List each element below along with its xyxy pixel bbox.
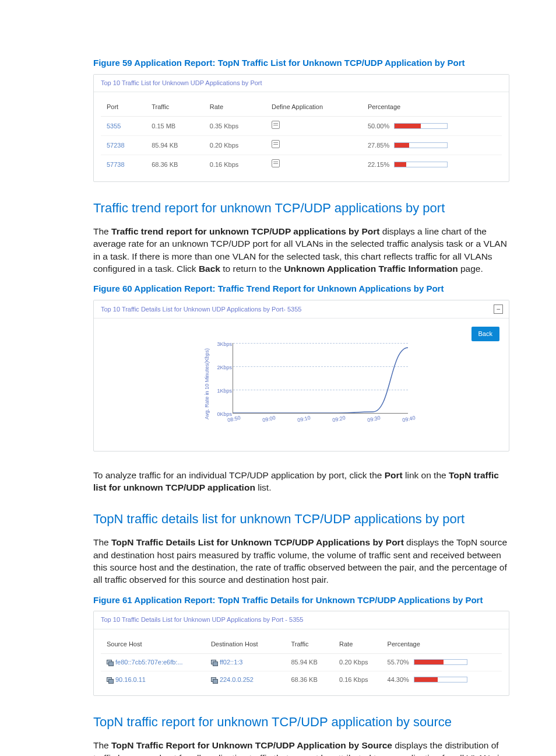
pct-label: 50.00% bbox=[368, 122, 389, 131]
fig61-table: Source Host Destination Host Traffic Rat… bbox=[101, 635, 502, 689]
host-icon bbox=[107, 677, 113, 682]
col-traffic2: Traffic bbox=[285, 635, 333, 654]
pct-label: 22.15% bbox=[368, 160, 389, 169]
y-tick: 3Kbps bbox=[213, 341, 232, 348]
col-dst: Destination Host bbox=[205, 635, 286, 654]
pct-bar bbox=[414, 677, 467, 682]
col-src: Source Host bbox=[101, 635, 205, 654]
figure-61-caption: Figure 61 Application Report: TopN Traff… bbox=[93, 594, 509, 607]
port-link[interactable]: 57738 bbox=[107, 161, 125, 168]
table-row: 53550.15 MB0.35 Kbps50.00% bbox=[101, 117, 502, 136]
col-rate2: Rate bbox=[333, 635, 382, 654]
col-pct2: Percentage bbox=[382, 635, 502, 654]
port-link[interactable]: 57238 bbox=[107, 142, 125, 149]
y-tick: 1Kbps bbox=[213, 387, 232, 394]
host-icon bbox=[107, 660, 113, 665]
figure-60-caption: Figure 60 Application Report: Traffic Tr… bbox=[93, 283, 509, 295]
pct-bar bbox=[414, 659, 467, 665]
x-tick: 09:10 bbox=[297, 414, 311, 424]
x-tick: 09:20 bbox=[332, 414, 346, 424]
section-by-source-heading: TopN traffic report for unknown TCP/UDP … bbox=[93, 713, 509, 731]
trend-chart: Avg. Rate in 10 Minutes(Kbps) 3Kbps2Kbps… bbox=[222, 343, 409, 425]
fig59-panel: Top 10 Traffic List for Unknown UDP Appl… bbox=[93, 74, 509, 182]
fig59-table: Port Traffic Rate Define Application Per… bbox=[101, 98, 502, 174]
mid-paragraph: To analyze traffic for an individual TCP… bbox=[93, 469, 509, 494]
define-application-icon[interactable] bbox=[272, 140, 280, 148]
define-application-icon[interactable] bbox=[272, 121, 280, 129]
section-traffic-trend-body: The Traffic trend report for unknown TCP… bbox=[93, 225, 509, 275]
table-row: fe80::7cb5:707e:e6fb:...ff02::1:385.94 K… bbox=[101, 653, 502, 671]
pct-bar bbox=[394, 142, 448, 148]
fig60-panel-title: Top 10 Traffic Details List for Unknown … bbox=[94, 300, 509, 318]
port-link[interactable]: 5355 bbox=[107, 123, 121, 130]
col-define: Define Application bbox=[266, 98, 362, 117]
host-icon bbox=[211, 660, 217, 665]
x-tick: 09:30 bbox=[367, 414, 381, 424]
section-details-list-body: The TopN Traffic Details List for Unknow… bbox=[93, 536, 509, 586]
pct-bar bbox=[394, 162, 448, 167]
destination-host-link[interactable]: 224.0.0.252 bbox=[220, 676, 254, 683]
trend-line bbox=[233, 343, 408, 413]
pct-bar bbox=[394, 123, 448, 129]
fig59-panel-title: Top 10 Traffic List for Unknown UDP Appl… bbox=[94, 75, 509, 92]
fig61-panel-title: Top 10 Traffic Details List for Unknown … bbox=[94, 611, 509, 629]
section-traffic-trend-heading: Traffic trend report for unknown TCP/UDP… bbox=[93, 200, 509, 217]
fig60-panel: Top 10 Traffic Details List for Unknown … bbox=[93, 300, 509, 452]
x-tick: 09:00 bbox=[262, 414, 276, 424]
table-row: 90.16.0.11224.0.0.25268.36 KB0.16 Kbps44… bbox=[101, 671, 502, 688]
col-port: Port bbox=[101, 98, 146, 117]
pct-label: 44.30% bbox=[388, 676, 409, 684]
col-rate: Rate bbox=[204, 98, 266, 117]
destination-host-link[interactable]: ff02::1:3 bbox=[220, 659, 243, 666]
pct-label: 55.70% bbox=[388, 658, 409, 667]
host-icon bbox=[211, 677, 217, 682]
back-button[interactable]: Back bbox=[471, 327, 499, 341]
figure-59-caption: Figure 59 Application Report: TopN Traff… bbox=[93, 57, 509, 69]
x-tick: 09:40 bbox=[402, 414, 416, 424]
source-host-link[interactable]: fe80::7cb5:707e:e6fb:... bbox=[115, 659, 183, 666]
section-details-list-heading: TopN traffic details list for unknown TC… bbox=[93, 510, 509, 528]
pct-label: 27.85% bbox=[368, 141, 389, 150]
col-pct: Percentage bbox=[362, 98, 502, 117]
col-traffic: Traffic bbox=[146, 98, 204, 117]
table-row: 5773868.36 KB0.16 Kbps22.15% bbox=[101, 155, 502, 174]
collapse-icon[interactable]: − bbox=[494, 304, 503, 314]
section-by-source-body: The TopN Traffic Report for Unknown TCP/… bbox=[93, 739, 509, 756]
fig61-panel: Top 10 Traffic Details List for Unknown … bbox=[93, 611, 509, 696]
y-tick: 2Kbps bbox=[213, 364, 232, 371]
source-host-link[interactable]: 90.16.0.11 bbox=[115, 676, 146, 683]
define-application-icon[interactable] bbox=[272, 159, 280, 167]
table-row: 5723885.94 KB0.20 Kbps27.85% bbox=[101, 136, 502, 155]
